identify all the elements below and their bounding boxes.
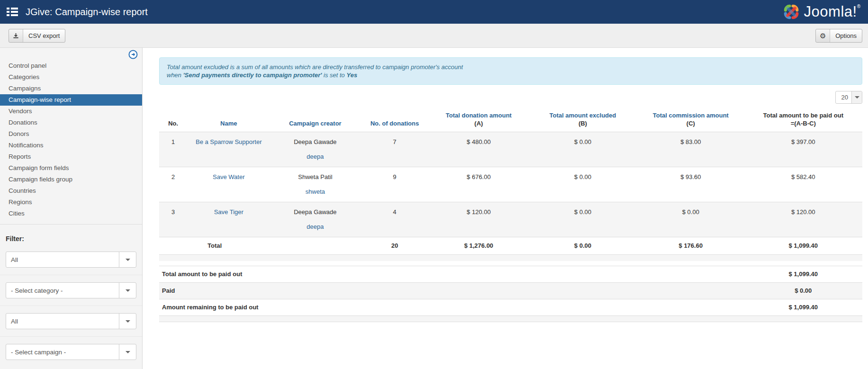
creator-cell: Deepa Gawadedeepa: [270, 202, 360, 237]
table-spacer-row: [159, 255, 862, 261]
creator-user-link[interactable]: deepa: [307, 223, 324, 231]
page-size-select[interactable]: 20: [835, 91, 862, 104]
sort-commission-link[interactable]: Total commission amount: [653, 112, 729, 119]
sidebar-item-control-panel[interactable]: Control panel: [0, 60, 142, 72]
amount-excluded: $ 0.00: [528, 132, 637, 167]
list-limit-row: 20: [159, 91, 862, 104]
col-header-donations: No. of donations: [360, 109, 430, 132]
notice-line2: when 'Send payments directly to campaign…: [167, 71, 855, 79]
donation-amount: $ 120.00: [429, 202, 528, 237]
summary-label: Paid: [159, 282, 744, 299]
col-header-commission: Total commission amount(C): [637, 109, 744, 132]
sidebar-item-vendors[interactable]: Vendors: [0, 106, 142, 117]
summary-value: $ 1,099.40: [744, 299, 862, 315]
row-no: 3: [159, 202, 187, 237]
total-label: Total: [159, 237, 270, 255]
donations-count: 4: [360, 202, 430, 237]
creator-user-link[interactable]: deepa: [307, 153, 324, 161]
creator-cell: Deepa Gawadedeepa: [270, 132, 360, 167]
registered-mark: ®: [857, 4, 860, 9]
donation-amount: $ 480.00: [429, 132, 528, 167]
sidebar-item-categories[interactable]: Categories: [0, 72, 142, 83]
col-header-creator: Campaign creator: [270, 109, 360, 132]
sidebar-item-countries[interactable]: Countries: [0, 185, 142, 197]
chevron-down-icon: [851, 91, 862, 103]
col-header-paid-out: Total amount to be paid out=(A-B-C): [744, 109, 862, 132]
sidebar-item-donations[interactable]: Donations: [0, 117, 142, 128]
amount-excluded: $ 0.00: [528, 167, 637, 202]
creator-user-link[interactable]: shweta: [305, 188, 325, 196]
filter-select-category[interactable]: - Select category -: [6, 282, 136, 298]
filter-group: All: [0, 244, 142, 275]
filter-select-type[interactable]: All: [6, 313, 136, 329]
toolbar: CSV export ⚙ Options: [0, 24, 868, 47]
notice-line1: Total amount excluded is a sum of all am…: [167, 63, 855, 71]
table-header-row: No. Name Campaign creator No. of donatio…: [159, 109, 862, 132]
page-title: JGive: Campaign-wise report: [26, 7, 148, 18]
total-paid-out: $ 1,099.40: [744, 237, 862, 255]
filter-group: - Select category -: [0, 275, 142, 306]
col-header-no: No.: [159, 109, 187, 132]
sidebar-item-notifications[interactable]: Notifications: [0, 140, 142, 151]
chevron-down-icon: [119, 314, 136, 329]
table-row: 2 Save Water Shweta Patilshweta 9 $ 676.…: [159, 167, 862, 202]
filter-heading: Filter:: [0, 225, 142, 244]
col-header-donation-amount: Total donation amount(A): [429, 109, 528, 132]
sidebar-item-regions[interactable]: Regions: [0, 197, 142, 208]
summary-label: Amount remaining to be paid out: [159, 299, 744, 315]
commission-amount: $ 93.60: [637, 167, 744, 202]
collapse-sidebar-icon[interactable]: [128, 50, 138, 59]
sidebar-item-campaign-fields-group[interactable]: Campaign fields group: [0, 174, 142, 185]
joomla-knot-icon: [781, 2, 801, 22]
row-no: 1: [159, 132, 187, 167]
donation-amount: $ 676.00: [429, 167, 528, 202]
summary-table: Total amount to be paid out $ 1,099.40 P…: [159, 266, 862, 322]
sidebar-item-donors[interactable]: Donors: [0, 128, 142, 140]
summary-spacer-row: [159, 315, 862, 322]
campaign-link[interactable]: Be a Sparrow Supporter: [196, 138, 261, 145]
row-no: 2: [159, 167, 187, 202]
creator-cell: Shweta Patilshweta: [270, 167, 360, 202]
sidebar-menu: Control panel Categories Campaigns Campa…: [0, 60, 142, 219]
filter-select-status[interactable]: All: [6, 252, 136, 268]
options-button[interactable]: ⚙ Options: [815, 29, 862, 43]
content-layout: Control panel Categories Campaigns Campa…: [0, 47, 868, 369]
csv-export-button[interactable]: CSV export: [9, 29, 65, 43]
sidebar-item-campaigns[interactable]: Campaigns: [0, 83, 142, 94]
joomla-logo: Joomla!®: [781, 2, 860, 22]
sort-name-link[interactable]: Name: [220, 120, 237, 127]
download-icon: [9, 29, 23, 42]
paid-out-amount: $ 120.00: [744, 202, 862, 237]
sidebar-item-campaign-form-fields[interactable]: Campaign form fields: [0, 162, 142, 174]
table-row: 3 Save Tiger Deepa Gawadedeepa 4 $ 120.0…: [159, 202, 862, 237]
campaign-link[interactable]: Save Water: [213, 173, 244, 180]
col-header-name: Name: [187, 109, 270, 132]
filter-group: All: [0, 306, 142, 336]
gear-icon: ⚙: [816, 29, 830, 42]
paid-out-amount: $ 582.40: [744, 167, 862, 202]
donations-count: 7: [360, 132, 430, 167]
filter-select-campaign[interactable]: - Select campaign -: [6, 344, 136, 360]
summary-row: Total amount to be paid out $ 1,099.40: [159, 266, 862, 282]
sort-donations-link[interactable]: No. of donations: [370, 120, 419, 127]
table-row: 1 Be a Sparrow Supporter Deepa Gawadedee…: [159, 132, 862, 167]
sidebar-item-campaign-wise-report[interactable]: Campaign-wise report: [0, 94, 142, 106]
table-total-row: Total 20 $ 1,276.00 $ 0.00 $ 176.60 $ 1,…: [159, 237, 862, 255]
chevron-down-icon: [119, 344, 136, 360]
donations-count: 9: [360, 167, 430, 202]
sidebar-item-reports[interactable]: Reports: [0, 151, 142, 162]
sidebar-item-cities[interactable]: Cities: [0, 208, 142, 219]
joomla-logo-text: Joomla!: [804, 3, 857, 20]
amount-excluded: $ 0.00: [528, 202, 637, 237]
menu-toggle-icon[interactable]: [7, 8, 18, 16]
sort-creator-link[interactable]: Campaign creator: [289, 120, 341, 127]
sort-donation-amount-link[interactable]: Total donation amount: [446, 112, 511, 119]
filter-group: - Select campaign -: [0, 336, 142, 367]
sort-amount-excluded-link[interactable]: Total amount excluded: [549, 112, 616, 119]
top-navbar: JGive: Campaign-wise report Joomla!®: [0, 0, 868, 24]
summary-row: Paid $ 0.00: [159, 282, 862, 299]
paid-out-amount: $ 397.00: [744, 132, 862, 167]
campaign-link[interactable]: Save Tiger: [214, 208, 243, 216]
summary-label: Total amount to be paid out: [159, 266, 744, 282]
report-table: No. Name Campaign creator No. of donatio…: [159, 109, 862, 261]
